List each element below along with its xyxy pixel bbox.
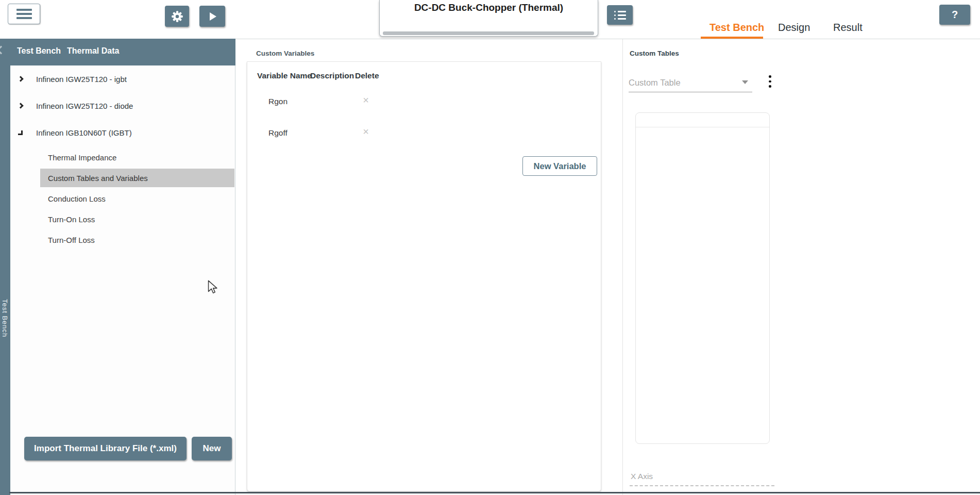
sidebar-tab-test-bench[interactable]: Test Bench [17,46,61,56]
play-icon [210,12,216,21]
hamburger-icon [16,9,32,11]
mouse-cursor [207,280,218,293]
active-tab-underline [701,37,763,39]
tree-child-turn-off-loss[interactable]: Turn-Off Loss [48,231,95,249]
custom-table-grid-header [636,113,769,127]
tree-child-conduction-loss[interactable]: Conduction Loss [48,190,106,207]
tab-test-bench[interactable]: Test Bench [709,22,764,34]
model-title: DC-DC Buck-Chopper (Thermal) [380,2,598,13]
sidebar-vertical-label: Test Bench [1,299,9,337]
tree-item-igb10n60t-igbt[interactable]: Infineon IGB10N60T (IGBT) [10,124,235,141]
gear-icon [171,10,184,23]
chevron-right-icon[interactable] [18,76,23,81]
column-header-delete: Delete [355,71,379,80]
delete-variable-icon[interactable]: × [360,126,372,138]
table-row: Rgoff × [247,124,601,143]
sidebar-collapsed-strip[interactable]: Test Bench [0,39,10,495]
chevron-right-icon[interactable] [18,103,23,108]
table-row: Rgon × [247,93,601,111]
custom-variables-title: Custom Variables [256,50,314,57]
chevron-down-icon [742,80,748,84]
model-title-card: DC-DC Buck-Chopper (Thermal) [379,0,598,37]
thermal-library-tree: Infineon IGW25T120 - igbt Infineon IGW25… [10,65,235,495]
run-simulation-button[interactable] [199,6,225,27]
tree-child-turn-on-loss[interactable]: Turn-On Loss [48,210,95,228]
x-axis-underline [630,485,774,486]
kebab-icon [769,75,771,78]
tab-design[interactable]: Design [778,22,810,34]
list-icon [614,11,626,12]
tree-item-igw25t120-diode[interactable]: Infineon IGW25T120 - diode [10,97,235,114]
tree-child-thermal-impedance[interactable]: Thermal Impedance [48,148,116,166]
main-menu-button[interactable] [8,4,40,24]
tree-item-igw25t120-igbt[interactable]: Infineon IGW25T120 - igbt [10,70,235,88]
custom-variables-card: Variable Name Description Delete Rgon × … [247,61,601,491]
new-variable-button[interactable]: New Variable [522,156,597,176]
column-header-description: Description [310,71,354,80]
settings-button[interactable] [165,6,189,27]
delete-variable-icon[interactable]: × [360,94,372,106]
tab-result[interactable]: Result [833,22,863,34]
column-header-variable-name: Variable Name [257,71,312,80]
help-button[interactable]: ? [939,5,970,25]
custom-table-grid [635,112,770,444]
chevron-expanded-icon[interactable] [18,130,23,135]
window-bottom-edge [9,492,980,493]
tree-child-custom-tables-and-variables[interactable]: Custom Tables and Variables [40,169,234,187]
collapse-sidebar-icon[interactable] [0,46,5,55]
component-list-button[interactable] [607,5,633,25]
table-options-menu-button[interactable] [767,74,773,89]
import-thermal-library-button[interactable]: Import Thermal Library File (*.xml) [24,437,187,460]
custom-tables-title: Custom Tables [630,50,679,57]
variable-name-value[interactable]: Rgoff [268,128,288,138]
new-thermal-model-button[interactable]: New [192,437,232,460]
title-card-scrollbar[interactable] [383,31,594,35]
app-window: DC-DC Buck-Chopper (Thermal) Test Bench … [0,0,980,495]
custom-table-select[interactable]: Custom Table [629,68,752,92]
panel-divider [622,39,623,495]
sidebar-tab-thermal-data[interactable]: Thermal Data [67,46,119,56]
sidebar-header: Test Bench Thermal Data [0,39,235,65]
variable-name-value[interactable]: Rgon [268,97,288,106]
x-axis-field[interactable]: X Axis [631,472,653,481]
custom-table-placeholder: Custom Table [629,78,681,88]
